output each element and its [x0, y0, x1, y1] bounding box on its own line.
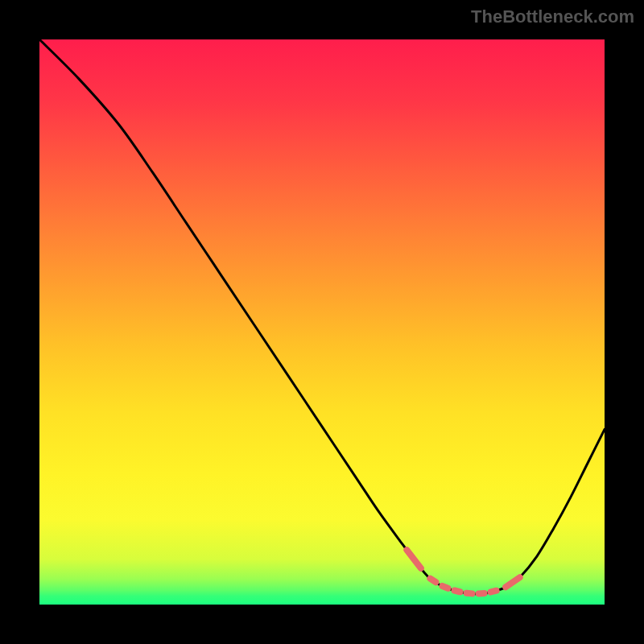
trough-marker [467, 593, 473, 594]
chart-container: TheBottleneck.com [0, 0, 644, 644]
attribution-label: TheBottleneck.com [471, 6, 634, 27]
chart-background [39, 39, 605, 605]
trough-marker [442, 586, 448, 588]
trough-marker [491, 591, 497, 592]
plot-area [39, 39, 605, 605]
chart-svg [39, 39, 605, 605]
trough-marker [454, 591, 460, 592]
trough-marker [430, 579, 436, 583]
